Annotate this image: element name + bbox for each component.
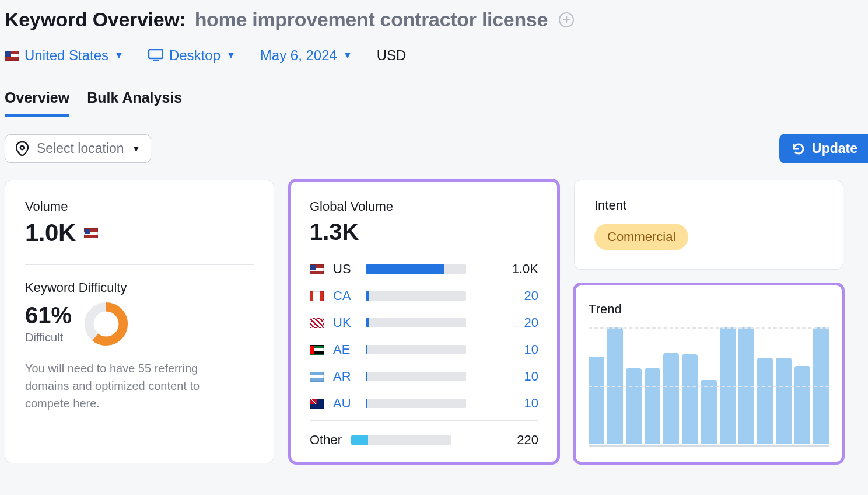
global-volume-row[interactable]: AR10 xyxy=(310,363,538,390)
currency-label: USD xyxy=(377,47,407,64)
select-location-label: Select location xyxy=(37,141,124,156)
trend-bar xyxy=(607,327,623,444)
gv-bar xyxy=(366,399,466,408)
chevron-down-icon: ▼ xyxy=(132,144,141,154)
chevron-down-icon: ▼ xyxy=(226,50,236,61)
kd-dial-icon xyxy=(83,301,129,347)
gv-bar xyxy=(366,318,466,327)
title-prefix: Keyword Overview: xyxy=(5,8,186,30)
trend-chart xyxy=(589,324,829,447)
global-volume-other-row: Other 220 xyxy=(310,420,538,454)
trend-bar xyxy=(720,327,736,444)
chevron-down-icon: ▼ xyxy=(114,50,124,61)
trend-bar xyxy=(663,353,679,444)
kd-label: Keyword Difficulty xyxy=(25,280,254,295)
trend-bar xyxy=(813,327,829,444)
trend-bar xyxy=(776,358,792,444)
volume-label: Volume xyxy=(25,199,254,214)
country-filter[interactable]: United States ▼ xyxy=(5,47,124,64)
gv-value: 20 xyxy=(524,315,538,330)
intent-badge: Commercial xyxy=(594,224,688,250)
trend-bar xyxy=(589,357,604,444)
gv-country-code: AR xyxy=(333,369,356,384)
tab-bulk-analysis[interactable]: Bulk Analysis xyxy=(87,89,182,116)
global-volume-row[interactable]: AU10 xyxy=(310,390,538,417)
select-location-dropdown[interactable]: Select location ▼ xyxy=(5,134,151,163)
device-filter[interactable]: Desktop ▼ xyxy=(148,47,236,64)
gv-country-code: UK xyxy=(333,315,356,330)
gv-country-code: US xyxy=(333,262,356,277)
svg-rect-0 xyxy=(149,50,163,58)
date-filter-label: May 6, 2024 xyxy=(260,47,337,64)
tab-bar: Overview Bulk Analysis xyxy=(5,89,863,116)
gv-bar xyxy=(366,345,466,354)
date-filter[interactable]: May 6, 2024 ▼ xyxy=(260,47,352,64)
trend-bar xyxy=(757,358,773,444)
ar-flag-icon xyxy=(310,372,324,382)
global-volume-row[interactable]: US1.0K xyxy=(310,256,538,283)
global-volume-card: Global Volume 1.3K US1.0KCA20UK20AE10AR1… xyxy=(289,180,559,463)
intent-label: Intent xyxy=(594,198,823,213)
trend-card: Trend xyxy=(574,284,844,463)
global-volume-value: 1.3K xyxy=(310,219,538,245)
trend-bar xyxy=(701,380,716,444)
volume-card: Volume 1.0K Keyword Difficulty 61% Diffi… xyxy=(5,180,274,463)
tab-overview[interactable]: Overview xyxy=(5,89,69,117)
location-pin-icon xyxy=(16,141,29,156)
trend-bar xyxy=(794,366,810,444)
kd-level: Difficult xyxy=(25,331,72,344)
trend-bar xyxy=(738,327,754,444)
gv-bar xyxy=(366,372,466,381)
keyword-text: home improvement contractor license xyxy=(195,8,548,30)
us-flag-icon xyxy=(84,228,98,238)
gv-other-label: Other xyxy=(310,433,342,448)
gv-other-bar xyxy=(351,435,452,445)
device-filter-label: Desktop xyxy=(169,47,220,64)
au-flag-icon xyxy=(310,399,324,409)
gv-country-code: AU xyxy=(333,396,356,411)
chevron-down-icon: ▼ xyxy=(343,50,352,61)
global-volume-row[interactable]: UK20 xyxy=(310,309,538,336)
ca-flag-icon xyxy=(310,291,324,301)
trend-bar xyxy=(682,354,698,444)
trend-bar xyxy=(645,368,660,444)
gv-value: 10 xyxy=(524,369,538,384)
svg-point-2 xyxy=(20,145,24,149)
divider xyxy=(25,264,254,265)
us-flag-icon xyxy=(310,264,324,274)
update-button-label: Update xyxy=(812,141,858,156)
svg-rect-1 xyxy=(153,60,159,61)
gv-bar xyxy=(366,291,466,301)
gv-value: 20 xyxy=(524,288,538,304)
ae-flag-icon xyxy=(310,345,324,355)
gv-value: 10 xyxy=(524,342,538,357)
uk-flag-icon xyxy=(310,318,324,328)
global-volume-label: Global Volume xyxy=(310,199,538,214)
kd-description: You will need to have 55 referring domai… xyxy=(25,360,235,412)
intent-card: Intent Commercial xyxy=(574,180,844,270)
kd-percent: 61% xyxy=(25,302,72,329)
gv-value: 10 xyxy=(524,396,538,411)
desktop-icon xyxy=(148,49,163,62)
filter-bar: United States ▼ Desktop ▼ May 6, 2024 ▼ … xyxy=(5,47,863,64)
page-title: Keyword Overview: home improvement contr… xyxy=(5,8,863,31)
gv-value: 1.0K xyxy=(512,262,538,277)
us-flag-icon xyxy=(5,51,19,61)
trend-bar xyxy=(626,368,642,444)
volume-value: 1.0K xyxy=(25,219,76,247)
global-volume-row[interactable]: CA20 xyxy=(310,283,538,309)
add-keyword-button[interactable]: + xyxy=(559,12,574,27)
gv-other-value: 220 xyxy=(517,433,538,448)
gv-country-code: CA xyxy=(333,288,356,304)
gv-country-code: AE xyxy=(333,342,356,357)
country-filter-label: United States xyxy=(24,47,108,64)
global-volume-row[interactable]: AE10 xyxy=(310,336,538,363)
trend-label: Trend xyxy=(589,302,829,317)
update-button[interactable]: Update xyxy=(779,134,868,163)
gv-bar xyxy=(366,264,466,274)
refresh-icon xyxy=(792,142,805,155)
